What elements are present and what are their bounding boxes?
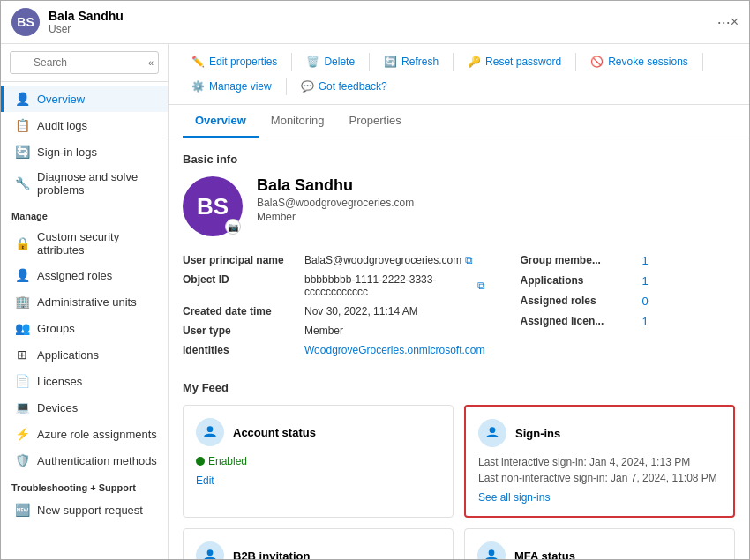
account-status-avatar xyxy=(196,418,224,446)
info-left-col: User principal name BalaS@woodgrovegroce… xyxy=(183,254,485,363)
sidebar-item-azure-roles[interactable]: ⚡ Azure role assignments xyxy=(1,421,168,447)
created-value: Nov 30, 2022, 11:14 AM xyxy=(304,305,418,317)
sidebar: 🔍 « 👤 Overview 📋 Audit logs 🔄 Sign-in lo… xyxy=(1,44,169,559)
title-info: Bala Sandhu User xyxy=(49,9,710,35)
toolbar-sep-5 xyxy=(702,53,703,71)
close-button[interactable]: × xyxy=(731,14,739,30)
svg-point-3 xyxy=(489,549,495,556)
licenses-icon: 📄 xyxy=(14,373,30,389)
assigned-roles-count[interactable]: 0 xyxy=(642,295,649,308)
svg-point-0 xyxy=(207,426,214,432)
info-row-group: Group membe... 1 xyxy=(521,254,735,267)
feedback-label: Got feedback? xyxy=(319,80,387,93)
usertype-value: Member xyxy=(304,325,343,337)
info-row-objectid: Object ID bbbbbbbb-1111-2222-3333-cccccc… xyxy=(183,273,485,298)
revoke-sessions-button[interactable]: 🚫 Revoke sessions xyxy=(581,51,697,72)
tab-properties[interactable]: Properties xyxy=(337,105,414,138)
more-options-button[interactable]: ··· xyxy=(717,13,731,32)
info-row-licenses: Assigned licen... 1 xyxy=(521,315,735,328)
sidebar-item-diagnose-label: Diagnose and solve problems xyxy=(37,170,157,197)
tab-monitoring[interactable]: Monitoring xyxy=(259,105,337,138)
basic-info-title: Basic info xyxy=(183,153,735,166)
account-status-edit-link[interactable]: Edit xyxy=(196,474,440,487)
edit-icon: ✏️ xyxy=(191,56,205,68)
b2b-header: B2B invitation xyxy=(196,541,440,559)
audit-icon: 📋 xyxy=(14,117,30,133)
sidebar-item-support[interactable]: 🆕 New support request xyxy=(1,497,168,523)
sidebar-item-groups[interactable]: 👥 Groups xyxy=(1,315,168,341)
sidebar-item-overview[interactable]: 👤 Overview xyxy=(1,86,168,112)
user-email-header: BalaS@woodgrovegroceries.com xyxy=(257,197,414,209)
apps-count[interactable]: 1 xyxy=(642,274,649,287)
reset-password-label: Reset password xyxy=(485,56,561,68)
delete-icon: 🗑️ xyxy=(306,56,319,68)
toolbar: ✏️ Edit properties 🗑️ Delete 🔄 Refresh 🔑… xyxy=(169,44,749,105)
info-right-col: Group membe... 1 Applications 1 Assigned… xyxy=(521,254,735,363)
sidebar-item-custom-security[interactable]: 🔒 Custom security attributes xyxy=(1,225,168,262)
sidebar-item-auth-methods[interactable]: 🛡️ Authentication methods xyxy=(1,447,168,474)
edit-properties-button[interactable]: ✏️ Edit properties xyxy=(183,51,286,72)
sign-ins-card: Sign-ins Last interactive sign-in: Jan 4… xyxy=(464,405,735,518)
sidebar-item-support-label: New support request xyxy=(37,504,143,517)
toolbar-sep-2 xyxy=(369,53,370,71)
sign-ins-header: Sign-ins xyxy=(478,419,721,447)
refresh-icon: 🔄 xyxy=(384,56,397,68)
main-layout: 🔍 « 👤 Overview 📋 Audit logs 🔄 Sign-in lo… xyxy=(1,44,749,559)
upn-label: User principal name xyxy=(183,254,297,266)
feedback-button[interactable]: 💬 Got feedback? xyxy=(292,76,396,97)
see-all-sign-ins-link[interactable]: See all sign-ins xyxy=(478,491,721,504)
sign-ins-body: Last interactive sign-in: Jan 4, 2024, 1… xyxy=(478,454,721,486)
sign-ins-title: Sign-ins xyxy=(515,427,560,440)
delete-button[interactable]: 🗑️ Delete xyxy=(297,51,364,72)
sidebar-item-applications[interactable]: ⊞ Applications xyxy=(1,341,168,368)
sidebar-item-assigned-roles-label: Assigned roles xyxy=(37,269,112,282)
refresh-label: Refresh xyxy=(401,56,439,68)
revoke-sessions-label: Revoke sessions xyxy=(608,56,688,68)
sidebar-item-devices-label: Devices xyxy=(37,401,78,414)
page-content: Basic info BS 📷 Bala Sandhu BalaS@woodgr… xyxy=(169,138,749,559)
mfa-status-card: MFA status Capable with 5 authentication… xyxy=(464,528,735,559)
search-wrap: 🔍 « xyxy=(10,51,159,74)
sidebar-item-audit-logs[interactable]: 📋 Audit logs xyxy=(1,112,168,138)
b2b-title: B2B invitation xyxy=(233,549,310,560)
group-count[interactable]: 1 xyxy=(642,254,649,267)
upn-copy-icon[interactable]: ⧉ xyxy=(465,254,473,266)
troubleshoot-section-label: Troubleshooting + Support xyxy=(1,474,168,497)
reset-password-button[interactable]: 🔑 Reset password xyxy=(459,51,570,72)
sidebar-item-admin-units[interactable]: 🏢 Administrative units xyxy=(1,288,168,315)
applications-icon: ⊞ xyxy=(14,347,30,362)
sidebar-item-sign-in-logs[interactable]: 🔄 Sign-in logs xyxy=(1,138,168,165)
sidebar-item-assigned-roles[interactable]: 👤 Assigned roles xyxy=(1,262,168,288)
auth-methods-icon: 🛡️ xyxy=(14,452,30,468)
account-status-avatar-icon xyxy=(201,423,219,441)
licenses-count[interactable]: 1 xyxy=(642,315,649,328)
account-status-enabled: Enabled xyxy=(196,453,440,469)
camera-icon[interactable]: 📷 xyxy=(225,219,241,235)
info-row-created: Created date time Nov 30, 2022, 11:14 AM xyxy=(183,305,485,317)
refresh-button[interactable]: 🔄 Refresh xyxy=(375,51,447,72)
sidebar-item-groups-label: Groups xyxy=(37,322,75,335)
objectid-copy-icon[interactable]: ⧉ xyxy=(477,280,485,292)
toolbar-sep-4 xyxy=(575,53,576,71)
manage-view-button[interactable]: ⚙️ Manage view xyxy=(183,76,281,97)
identities-link[interactable]: WoodgroveGroceries.onmicrosoft.com xyxy=(304,344,485,356)
sidebar-item-diagnose[interactable]: 🔧 Diagnose and solve problems xyxy=(1,165,168,202)
user-avatar-initials: BS xyxy=(197,193,229,220)
manage-view-label: Manage view xyxy=(209,80,272,93)
apps-label: Applications xyxy=(521,274,635,287)
usertype-label: User type xyxy=(183,325,297,337)
info-row-usertype: User type Member xyxy=(183,325,485,337)
sidebar-item-licenses[interactable]: 📄 Licenses xyxy=(1,368,168,394)
devices-icon: 💻 xyxy=(14,399,30,415)
sidebar-item-devices[interactable]: 💻 Devices xyxy=(1,394,168,421)
azure-roles-icon: ⚡ xyxy=(14,426,30,442)
user-role-header: Member xyxy=(257,211,414,223)
tab-overview[interactable]: Overview xyxy=(183,105,259,138)
sidebar-item-overview-label: Overview xyxy=(37,93,85,106)
collapse-icon[interactable]: « xyxy=(148,57,154,68)
svg-point-2 xyxy=(207,549,214,556)
sidebar-item-signin-label: Sign-in logs xyxy=(37,146,97,159)
search-input[interactable] xyxy=(10,51,159,74)
overview-icon: 👤 xyxy=(14,91,30,107)
status-enabled-dot xyxy=(196,457,205,466)
